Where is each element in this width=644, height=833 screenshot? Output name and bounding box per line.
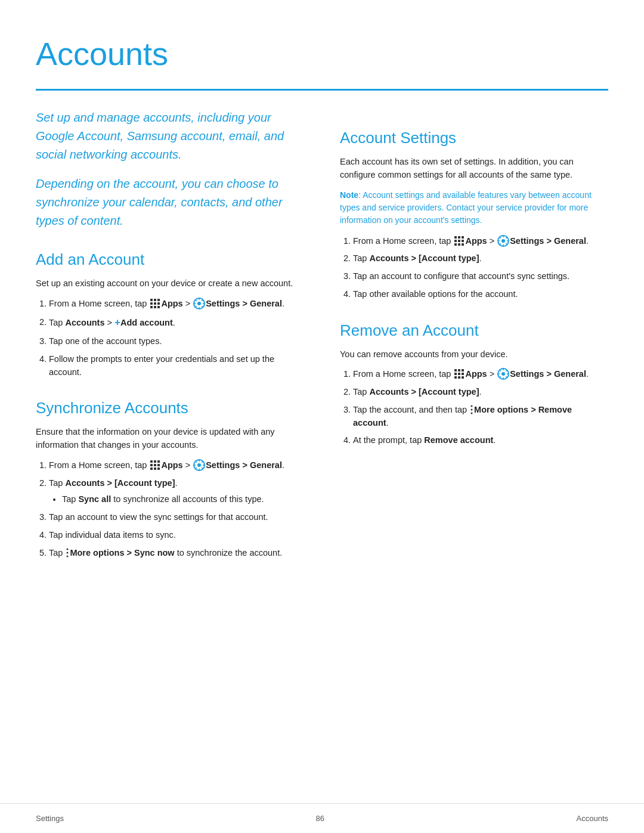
account-settings-heading: Account Settings [340, 126, 608, 150]
svg-rect-25 [454, 236, 457, 239]
add-account-desc: Set up an existing account on your devic… [36, 277, 304, 290]
svg-point-35 [501, 239, 505, 243]
sync-accounts-desc: Ensure that the information on your devi… [36, 426, 304, 452]
svg-rect-42 [454, 376, 457, 379]
svg-rect-0 [150, 299, 153, 301]
svg-rect-13 [157, 460, 160, 463]
svg-rect-11 [150, 460, 153, 463]
svg-rect-28 [454, 240, 457, 242]
svg-rect-2 [157, 299, 160, 301]
footer-accounts-label: Accounts [577, 813, 608, 825]
right-column: Account Settings Each account has its ow… [340, 109, 608, 565]
add-account-steps: From a Home screen, tap [36, 298, 304, 379]
sync-step-3: Tap an account to view the sync settings… [49, 511, 304, 524]
svg-rect-31 [454, 243, 457, 246]
sync-step-4: Tap individual data items to sync. [49, 529, 304, 542]
svg-rect-6 [150, 306, 153, 308]
more-options-icon-sync [66, 548, 69, 558]
apps-icon-settings1 [454, 236, 465, 246]
svg-rect-19 [157, 467, 160, 470]
svg-rect-5 [157, 302, 160, 305]
svg-rect-32 [458, 243, 460, 246]
page-footer: Settings 86 Accounts [0, 803, 644, 833]
svg-rect-44 [462, 376, 464, 379]
svg-rect-1 [154, 299, 156, 301]
footer-settings-label: Settings [36, 813, 64, 825]
page-title: Accounts [36, 30, 608, 78]
svg-rect-43 [458, 376, 460, 379]
settings-icon-1 [193, 298, 205, 309]
svg-rect-8 [157, 306, 160, 308]
account-settings-note: Note: Account settings and available fea… [340, 189, 608, 227]
remove-account-desc: You can remove accounts from your device… [340, 348, 608, 361]
sync-accounts-steps: From a Home screen, tap [36, 459, 304, 560]
svg-rect-15 [154, 464, 156, 466]
settings-icon-acc1 [497, 235, 509, 247]
svg-rect-27 [462, 236, 464, 239]
sync-accounts-heading: Synchronize Accounts [36, 397, 304, 420]
svg-point-48 [471, 408, 473, 410]
account-settings-steps: From a Home screen, tap [340, 235, 608, 301]
header-divider [36, 89, 608, 91]
footer-page-number: 86 [316, 813, 324, 825]
add-account-step-1: From a Home screen, tap [49, 298, 304, 311]
apps-icon-remove1 [454, 368, 465, 379]
svg-point-24 [67, 555, 69, 557]
svg-rect-3 [150, 302, 153, 305]
svg-rect-37 [458, 369, 460, 371]
account-settings-step-2: Tap Accounts > [Account type]. [353, 252, 608, 265]
intro-text-2: Depending on the account, you can choose… [36, 175, 304, 230]
svg-rect-40 [458, 373, 460, 375]
add-account-heading: Add an Account [36, 248, 304, 271]
remove-step-2: Tap Accounts > [Account type]. [353, 386, 608, 399]
account-settings-desc: Each account has its own set of settings… [340, 156, 608, 182]
settings-icon-rem1 [497, 368, 509, 380]
svg-rect-29 [458, 240, 460, 242]
more-options-icon-remove [470, 405, 473, 414]
svg-rect-38 [462, 369, 464, 371]
remove-step-3: Tap the account, and then tap More optio… [353, 404, 608, 430]
page-container: Accounts Set up and manage accounts, inc… [0, 0, 644, 833]
svg-rect-26 [458, 236, 460, 239]
remove-account-steps: From a Home screen, tap [340, 368, 608, 447]
sync-step-5: Tap More options > Sync now to synchroni… [49, 547, 304, 560]
svg-rect-14 [150, 464, 153, 466]
svg-point-47 [471, 405, 473, 407]
svg-rect-16 [157, 464, 160, 466]
content-area: Set up and manage accounts, including yo… [0, 109, 644, 565]
intro-text-1: Set up and manage accounts, including yo… [36, 109, 304, 164]
svg-rect-41 [462, 373, 464, 375]
svg-point-21 [197, 463, 201, 467]
svg-rect-7 [154, 306, 156, 308]
remove-step-1: From a Home screen, tap [353, 368, 608, 381]
svg-rect-39 [454, 373, 457, 375]
account-settings-step-1: From a Home screen, tap [353, 235, 608, 248]
left-column: Set up and manage accounts, including yo… [36, 109, 304, 565]
account-settings-step-3: Tap an account to configure that account… [353, 270, 608, 283]
svg-rect-33 [462, 243, 464, 246]
add-account-step-2: Tap Accounts > +Add account. [49, 315, 304, 331]
sync-sub-step-1: Tap Sync all to synchronize all accounts… [62, 493, 304, 506]
svg-rect-17 [150, 467, 153, 470]
add-account-step-3: Tap one of the account types. [49, 335, 304, 348]
remove-account-heading: Remove an Account [340, 319, 608, 342]
svg-rect-4 [154, 302, 156, 305]
add-account-step-4: Follow the prompts to enter your credent… [49, 353, 304, 379]
svg-point-22 [67, 548, 69, 550]
apps-icon [150, 298, 160, 309]
sync-step-1: From a Home screen, tap [49, 459, 304, 472]
sync-sub-steps: Tap Sync all to synchronize all accounts… [49, 493, 304, 506]
account-settings-step-4: Tap other available options for the acco… [353, 288, 608, 301]
svg-rect-12 [154, 460, 156, 463]
svg-point-49 [471, 412, 473, 414]
svg-point-23 [67, 552, 69, 553]
add-plus-icon: + [114, 317, 120, 328]
sync-step-2: Tap Accounts > [Account type]. Tap Sync … [49, 477, 304, 507]
page-header: Accounts [0, 0, 644, 89]
svg-rect-36 [454, 369, 457, 371]
intro-section: Set up and manage accounts, including yo… [36, 109, 304, 230]
svg-point-46 [501, 372, 505, 376]
apps-icon-sync1 [150, 460, 160, 470]
svg-point-10 [197, 302, 201, 305]
svg-rect-30 [462, 240, 464, 242]
